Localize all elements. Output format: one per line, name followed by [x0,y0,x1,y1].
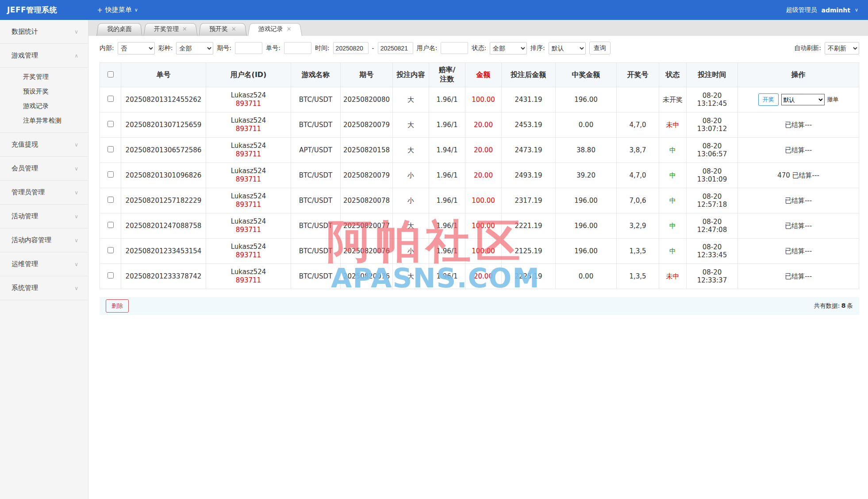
user-id-text: 893711 [206,251,291,260]
query-button[interactable]: 查询 [589,42,611,54]
username-input[interactable] [441,42,468,54]
cell-checkbox [100,264,121,289]
row-checkbox[interactable] [108,272,114,279]
sidebar-item-5[interactable]: 活动管理∨ [0,205,88,228]
delete-button[interactable]: 删除 [106,299,129,313]
column-header-0 [100,63,121,87]
cell-bet-time: 08-20 12:33:37 [687,264,738,289]
order-input[interactable] [284,42,311,54]
sidebar-item-6[interactable]: 活动内容管理∨ [0,228,88,252]
cell-draw-no: 1,3,5 [617,264,659,289]
draw-button[interactable]: 开奖 [758,93,779,106]
status-filter-label: 状态: [472,44,486,52]
cell-after-amount: 2225.19 [502,264,556,289]
auto-refresh-select[interactable]: 不刷新 [825,42,859,54]
select-all-checkbox[interactable] [108,71,114,77]
sort-filter-select[interactable]: 默认 [549,42,586,54]
user-id-text: 893711 [206,100,291,108]
column-header-8: 投注后金额 [502,63,556,87]
cell-odds: 1.96/1 [429,188,465,213]
row-checkbox[interactable] [108,222,114,228]
cancel-order-link[interactable]: 撤单 [827,96,839,104]
user-menu[interactable]: adminht [821,7,850,14]
main-area: 我的桌面开奖管理✕预开奖✕游戏记录✕ 内部: 否 彩种: 全部 期号: 单号: … [88,20,868,499]
table-row: 202508201301096826Lukasz524893711BTC/USD… [100,163,859,188]
sidebar-item-0[interactable]: 数据统计∨ [0,20,88,44]
sidebar-item-3[interactable]: 会员管理∨ [0,157,88,181]
username-text: Lukasz524 [206,91,291,100]
sidebar-item-label: 会员管理 [12,164,38,173]
cell-bet-content: 大 [393,138,429,163]
username-text: Lukasz524 [206,167,291,176]
cell-bet-content: 小 [393,239,429,264]
cell-period-no: 20250820077 [341,213,393,239]
sidebar-item-2[interactable]: 充值提现∨ [0,133,88,157]
time-range-dash: - [372,45,374,52]
sidebar-item-label: 系统管理 [12,284,38,292]
tab-3[interactable]: 游戏记录✕ [248,22,302,36]
chevron-down-icon: ∨ [74,190,78,196]
lottery-filter-label: 彩种: [158,44,173,52]
cell-game-name: BTC/USDT [291,163,341,188]
cell-username: Lukasz524893711 [206,163,291,188]
top-bar: JEFF管理系统 + 快捷菜单 ∨ 超级管理员 adminht ∨ [0,0,868,20]
action-controls: 开奖默认撤单 [738,93,859,106]
row-checkbox[interactable] [108,171,114,178]
filter-bar: 内部: 否 彩种: 全部 期号: 单号: 时间: - 用户名: 状态: 全部 排… [88,36,868,60]
row-checkbox[interactable] [108,96,114,102]
draw-result-select[interactable]: 默认 [781,94,825,105]
internal-filter-select[interactable]: 否 [118,42,155,54]
period-input[interactable] [235,42,262,54]
sidebar-item-4[interactable]: 管理员管理∨ [0,181,88,205]
time-to-input[interactable] [378,42,413,54]
tab-2[interactable]: 预开奖✕ [199,22,247,36]
cell-odds: 1.94/1 [429,138,465,163]
auto-refresh-label: 自动刷新: [794,44,821,52]
user-id-text: 893711 [206,175,291,184]
status-filter-select[interactable]: 全部 [490,42,527,54]
time-from-input[interactable] [333,42,369,54]
lottery-filter-select[interactable]: 全部 [176,42,213,54]
sidebar-item-label: 充值提现 [12,140,38,149]
cell-win-amount: 38.80 [556,138,617,163]
column-header-10: 开奖号 [617,63,659,87]
tab-0[interactable]: 我的桌面 [96,22,142,36]
cell-game-name: BTC/USDT [291,264,341,289]
sidebar-item-7[interactable]: 运维管理∨ [0,252,88,276]
order-filter-label: 单号: [266,44,280,52]
cell-period-no: 20250820079 [341,163,393,188]
username-text: Lukasz524 [206,142,291,151]
sidebar-item-8[interactable]: 系统管理∨ [0,276,88,300]
quick-menu-button[interactable]: + 快捷菜单 ∨ [97,6,138,14]
sidebar-subitem-0[interactable]: 开奖管理 [0,70,88,84]
internal-filter-label: 内部: [100,44,114,52]
cell-game-name: APT/USDT [291,138,341,163]
row-checkbox[interactable] [108,197,114,203]
row-checkbox[interactable] [108,146,114,152]
cell-username: Lukasz524893711 [206,188,291,213]
settle-status-text: 已结算--- [785,121,812,129]
period-filter-label: 期号: [217,44,231,52]
sidebar-subitem-1[interactable]: 预设开奖 [0,84,88,99]
cell-amount: 20.00 [465,112,502,138]
close-icon[interactable]: ✕ [182,26,187,32]
cell-order-no: 202508201247088758 [121,213,206,239]
sidebar-subitem-2[interactable]: 游戏记录 [0,99,88,113]
chevron-down-icon: ∨ [74,142,78,148]
chevron-down-icon: ∨ [74,166,78,172]
cell-action: 已结算--- [738,264,859,289]
tab-1[interactable]: 开奖管理✕ [143,22,198,36]
sidebar-subitem-3[interactable]: 注单异常检测 [0,113,88,128]
column-header-13: 操作 [738,63,859,87]
cell-bet-time: 08-20 13:01:09 [687,163,738,188]
cell-checkbox [100,87,121,112]
row-checkbox[interactable] [108,247,114,253]
close-icon[interactable]: ✕ [231,26,236,32]
sidebar-item-1[interactable]: 游戏管理∧ [0,44,88,68]
tab-label: 预开奖 [209,25,228,33]
close-icon[interactable]: ✕ [287,26,292,32]
user-id-text: 893711 [206,276,291,285]
settle-status-text: 已结算--- [785,146,812,154]
row-checkbox[interactable] [108,121,114,127]
chevron-down-icon[interactable]: ∨ [855,7,858,13]
